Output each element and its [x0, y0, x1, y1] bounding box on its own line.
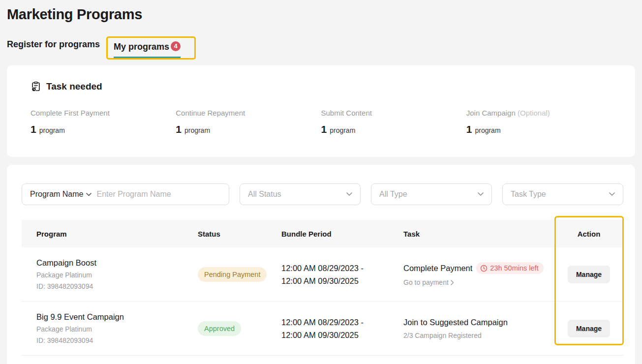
bundle-period-end: 12:00 AM 09/30/2025 — [281, 274, 403, 287]
tab-my-programs-label: My programs — [114, 42, 169, 52]
stat-count: 1 — [466, 123, 472, 135]
program-id: ID: 398482093094 — [36, 282, 198, 290]
stat-count: 1 — [176, 123, 182, 135]
status-badge: Pending Payment — [198, 267, 267, 282]
status-filter-value: All Status — [248, 190, 281, 199]
table-row: Big 9.9 Event Campaign Package Platinum … — [22, 302, 623, 356]
stat-complete-first-payment: Complete First Payment 1 program — [31, 109, 176, 135]
status-filter-select[interactable]: All Status — [240, 183, 361, 205]
countdown-text: 23h 50mins left — [490, 264, 538, 272]
column-header-bundle-period: Bundle Period — [281, 230, 403, 238]
stat-label: Submit Content — [321, 109, 372, 117]
stat-count: 1 — [31, 123, 36, 135]
task-title: Complete Payment — [403, 264, 472, 273]
manage-button[interactable]: Manage — [568, 320, 610, 337]
program-name: Campaign Boost — [36, 258, 198, 268]
task-needed-header: Task needed — [31, 81, 611, 92]
stat-submit-content: Submit Content 1 program — [321, 109, 466, 135]
filter-bar: Program Name All Status All Type Task Ty… — [22, 183, 623, 205]
chevron-right-icon — [451, 280, 454, 285]
program-name: Big 9.9 Event Campaign — [36, 312, 198, 322]
bundle-period-end: 12:00 AM 09/30/2025 — [281, 329, 403, 341]
stat-continue-repayment: Continue Repayment 1 program — [176, 109, 321, 135]
chevron-down-icon — [86, 193, 92, 196]
manage-button[interactable]: Manage — [568, 266, 610, 283]
task-stats: Complete First Payment 1 program Continu… — [31, 109, 611, 135]
chevron-down-icon — [609, 192, 615, 196]
stat-join-campaign: Join Campaign (Optional) 1 program — [466, 109, 611, 135]
program-name-filter-dropdown[interactable]: Program Name — [30, 190, 92, 199]
task-type-filter-value: Task Type — [511, 190, 546, 199]
program-name-search-input[interactable] — [95, 189, 221, 199]
column-header-status: Status — [198, 230, 281, 238]
stat-label: Complete First Payment — [31, 109, 110, 117]
bundle-period-start: 12:00 AM 08/29/2023 - — [281, 262, 403, 274]
table-row: Campaign Boost Package Platinum ID: 3984… — [22, 247, 623, 302]
chevron-down-icon — [346, 192, 352, 196]
go-to-payment-link[interactable]: Go to payment — [403, 278, 554, 286]
notification-badge: 4 — [171, 41, 181, 51]
stat-unit: program — [39, 126, 65, 134]
status-badge: Approved — [198, 321, 241, 336]
stat-label: Join Campaign — [466, 109, 516, 117]
program-id: ID: 398482093094 — [36, 336, 198, 344]
stat-label: Continue Repayment — [176, 109, 245, 117]
program-package: Package Platinum — [36, 325, 198, 333]
program-name-filter: Program Name — [22, 183, 229, 205]
column-header-action: Action — [554, 230, 623, 238]
stat-unit: program — [475, 126, 500, 134]
stat-count: 1 — [321, 123, 327, 135]
page-header: Marketing Programs Register for programs… — [0, 0, 642, 60]
annotation-highlight-box-tab: My programs 4 — [106, 36, 196, 60]
task-needed-card: Task needed Complete First Payment 1 pro… — [7, 65, 635, 157]
type-filter-value: All Type — [379, 190, 407, 199]
chevron-down-icon — [478, 192, 484, 196]
type-filter-select[interactable]: All Type — [371, 183, 492, 205]
stat-label-optional: (Optional) — [518, 109, 550, 117]
stat-unit: program — [184, 126, 210, 134]
tab-bar: Register for programs My programs 4 — [7, 36, 635, 60]
campaign-registered-progress: 2/3 Campaign Registered — [403, 332, 554, 339]
program-package: Package Platinum — [36, 271, 198, 279]
clock-icon — [480, 265, 488, 272]
task-needed-title: Task needed — [46, 81, 102, 92]
countdown-badge: 23h 50mins left — [476, 262, 543, 274]
task-title: Join to Suggested Campaign — [403, 318, 508, 327]
table-header-row: Program Status Bundle Period Task Action — [22, 220, 623, 247]
stat-unit: program — [330, 126, 355, 134]
tab-register-for-programs[interactable]: Register for programs — [7, 39, 100, 57]
clipboard-clock-icon — [31, 81, 41, 92]
task-type-filter-select[interactable]: Task Type — [502, 183, 623, 205]
page-title: Marketing Programs — [7, 0, 635, 23]
column-header-program: Program — [22, 230, 198, 238]
tab-my-programs[interactable]: My programs 4 — [114, 42, 181, 58]
column-header-task: Task — [403, 230, 554, 238]
programs-table-card: Program Name All Status All Type Task Ty… — [7, 165, 635, 364]
programs-table: Program Status Bundle Period Task Action… — [22, 220, 623, 356]
bundle-period-start: 12:00 AM 08/29/2023 - — [281, 316, 403, 329]
